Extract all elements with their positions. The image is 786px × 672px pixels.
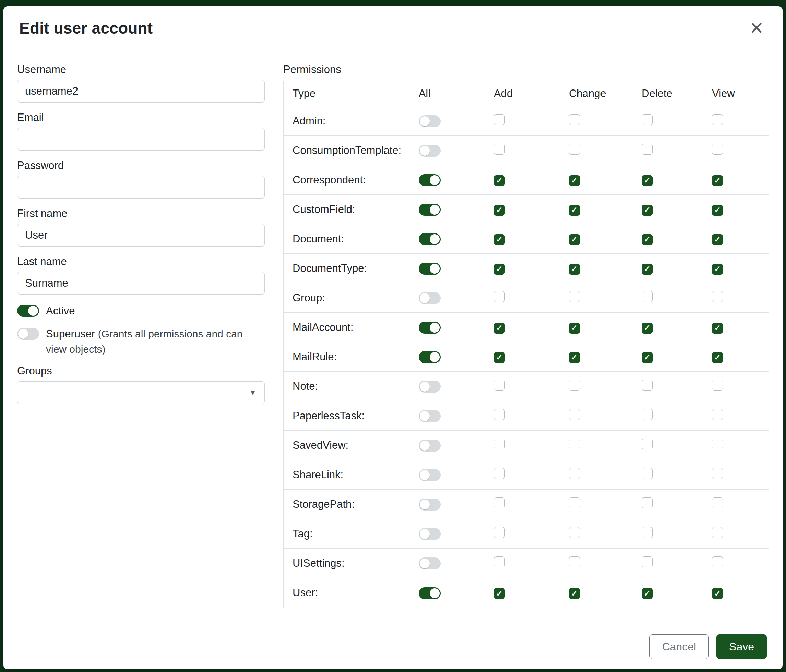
permission-change-checkbox[interactable]: ✓ (569, 323, 580, 334)
permission-delete-checkbox[interactable] (641, 380, 652, 391)
permission-change-checkbox[interactable]: ✓ (569, 205, 580, 216)
permission-view-checkbox[interactable] (712, 438, 723, 449)
permission-change-checkbox[interactable] (569, 114, 580, 125)
permission-all-toggle[interactable] (419, 410, 441, 422)
permission-all-toggle[interactable] (419, 587, 441, 599)
permission-change-checkbox[interactable] (569, 498, 580, 509)
permission-view-checkbox[interactable] (712, 291, 723, 302)
permission-view-checkbox[interactable] (712, 409, 723, 420)
permission-view-checkbox[interactable] (712, 468, 723, 479)
permission-change-checkbox[interactable] (569, 380, 580, 391)
permission-add-checkbox[interactable]: ✓ (494, 352, 505, 363)
permission-change-checkbox[interactable] (569, 468, 580, 479)
permission-add-checkbox[interactable]: ✓ (494, 175, 505, 186)
permission-add-checkbox[interactable] (494, 380, 505, 391)
active-toggle[interactable] (17, 305, 39, 317)
permission-view-checkbox[interactable] (712, 527, 723, 538)
permission-view-checkbox[interactable] (712, 380, 723, 391)
permission-add-checkbox[interactable] (494, 409, 505, 420)
permission-delete-checkbox[interactable] (641, 409, 652, 420)
permission-change-checkbox[interactable] (569, 291, 580, 302)
permission-delete-checkbox[interactable]: ✓ (641, 205, 652, 216)
save-button[interactable]: Save (716, 634, 767, 659)
permission-view-checkbox[interactable] (712, 144, 723, 155)
cancel-button[interactable]: Cancel (649, 634, 709, 659)
permission-all-toggle[interactable] (419, 204, 441, 216)
permission-delete-checkbox[interactable] (641, 438, 652, 449)
permission-delete-checkbox[interactable] (641, 527, 652, 538)
permission-delete-checkbox[interactable]: ✓ (641, 352, 652, 363)
permission-all-toggle[interactable] (419, 381, 441, 393)
permission-type-label: ShareLink: (284, 469, 410, 481)
permission-delete-checkbox[interactable]: ✓ (641, 175, 652, 186)
permission-all-toggle[interactable] (419, 292, 441, 304)
permission-all-toggle[interactable] (419, 469, 441, 481)
permission-change-checkbox[interactable]: ✓ (569, 352, 580, 363)
permission-delete-checkbox[interactable]: ✓ (641, 588, 652, 599)
permission-change-checkbox[interactable]: ✓ (569, 175, 580, 186)
permission-delete-checkbox[interactable] (641, 556, 652, 567)
permission-change-checkbox[interactable]: ✓ (569, 234, 580, 245)
permission-add-checkbox[interactable]: ✓ (494, 323, 505, 334)
permission-view-checkbox[interactable] (712, 556, 723, 567)
toggle-knob (420, 470, 430, 480)
superuser-toggle[interactable] (17, 328, 39, 340)
permission-view-checkbox[interactable]: ✓ (712, 323, 723, 334)
close-icon[interactable]: ✕ (746, 18, 767, 38)
permission-view-checkbox[interactable]: ✓ (712, 205, 723, 216)
permission-all-toggle[interactable] (419, 145, 441, 157)
permission-view-checkbox[interactable]: ✓ (712, 352, 723, 363)
permission-add-checkbox[interactable]: ✓ (494, 205, 505, 216)
permission-all-cell (410, 350, 485, 363)
permission-add-checkbox[interactable] (494, 291, 505, 302)
permission-add-cell (485, 468, 560, 482)
email-field[interactable] (17, 128, 265, 151)
permission-add-checkbox[interactable]: ✓ (494, 234, 505, 245)
permission-view-checkbox[interactable]: ✓ (712, 234, 723, 245)
permission-add-checkbox[interactable] (494, 498, 505, 509)
permission-change-checkbox[interactable] (569, 527, 580, 538)
permission-delete-checkbox[interactable] (641, 291, 652, 302)
permission-change-checkbox[interactable] (569, 144, 580, 155)
permission-delete-checkbox[interactable] (641, 114, 652, 125)
permission-view-checkbox[interactable] (712, 498, 723, 509)
permission-add-checkbox[interactable] (494, 556, 505, 567)
permission-change-checkbox[interactable]: ✓ (569, 588, 580, 599)
permission-add-checkbox[interactable] (494, 114, 505, 125)
permission-change-checkbox[interactable]: ✓ (569, 264, 580, 275)
permission-add-checkbox[interactable]: ✓ (494, 264, 505, 275)
last-name-field[interactable] (17, 272, 265, 295)
permission-delete-checkbox[interactable]: ✓ (641, 264, 652, 275)
permission-add-checkbox[interactable] (494, 144, 505, 155)
permission-all-toggle[interactable] (419, 115, 441, 127)
permission-delete-checkbox[interactable] (641, 468, 652, 479)
permission-change-checkbox[interactable] (569, 438, 580, 449)
permission-add-checkbox[interactable] (494, 438, 505, 449)
password-field[interactable] (17, 176, 265, 198)
permission-all-toggle[interactable] (419, 322, 441, 334)
permission-delete-checkbox[interactable] (641, 498, 652, 509)
permission-all-toggle[interactable] (419, 351, 441, 363)
first-name-field[interactable] (17, 224, 265, 247)
permission-view-checkbox[interactable]: ✓ (712, 264, 723, 275)
permission-delete-checkbox[interactable]: ✓ (641, 323, 652, 334)
permission-change-checkbox[interactable] (569, 409, 580, 420)
permission-view-checkbox[interactable] (712, 114, 723, 125)
permission-delete-checkbox[interactable]: ✓ (641, 234, 652, 245)
permission-all-toggle[interactable] (419, 499, 441, 510)
permission-add-checkbox[interactable]: ✓ (494, 588, 505, 599)
permission-view-checkbox[interactable]: ✓ (712, 175, 723, 186)
permission-add-checkbox[interactable] (494, 468, 505, 479)
permission-add-checkbox[interactable] (494, 527, 505, 538)
permission-all-toggle[interactable] (419, 233, 441, 245)
username-input[interactable] (17, 80, 265, 102)
permission-change-checkbox[interactable] (569, 556, 580, 567)
groups-select[interactable]: ▼ (17, 381, 265, 404)
permission-all-toggle[interactable] (419, 174, 441, 186)
permission-view-checkbox[interactable]: ✓ (712, 588, 723, 599)
permission-all-toggle[interactable] (419, 557, 441, 570)
permission-all-toggle[interactable] (419, 263, 441, 275)
permission-all-toggle[interactable] (419, 440, 441, 452)
permission-all-toggle[interactable] (419, 528, 441, 540)
permission-delete-checkbox[interactable] (641, 144, 652, 155)
